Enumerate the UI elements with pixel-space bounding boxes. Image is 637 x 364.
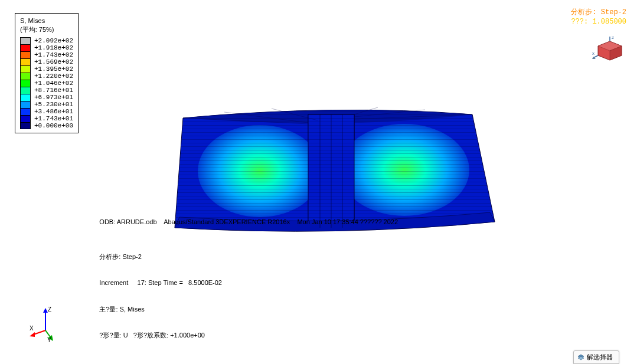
legend-swatch xyxy=(20,87,31,94)
scale-label: ?形?放系数: xyxy=(133,332,168,339)
legend-row: +1.569e+02 xyxy=(20,58,73,65)
increment-num: 17 xyxy=(138,279,145,286)
svg-marker-20 xyxy=(30,332,35,337)
status-extra-value: 1.085000 xyxy=(592,18,626,26)
viewport[interactable]: S, Mises (平均: 75%) +2.092e+02+1.918e+02+… xyxy=(0,0,637,364)
status-readout: 分析步: Step-2 ???: 1.085000 xyxy=(571,8,626,27)
legend-swatch xyxy=(20,94,31,101)
legend-swatch xyxy=(20,58,31,65)
legend-swatch xyxy=(20,44,31,51)
view-triad[interactable]: z x xyxy=(592,35,628,62)
primary-var-value: S, Mises xyxy=(120,306,145,313)
legend-row: +5.230e+01 xyxy=(20,101,73,108)
steptime-value: 8.5000E-02 xyxy=(188,279,222,286)
legend-swatch xyxy=(20,51,31,58)
primary-var-label: 主?量: xyxy=(99,306,117,313)
legend-swatch xyxy=(20,115,31,122)
legend-swatch xyxy=(20,80,31,87)
legend-row: +6.973e+01 xyxy=(20,94,73,101)
steptime-label: Step Time = xyxy=(148,279,183,286)
status-extra-label: ???: xyxy=(571,18,588,26)
svg-text:z: z xyxy=(612,35,614,40)
legend-swatch xyxy=(20,122,31,129)
odb-label: ODB: xyxy=(99,218,115,225)
legend-row: +1.046e+02 xyxy=(20,80,73,87)
step-value: Step-2 xyxy=(122,253,141,260)
legend-swatch xyxy=(20,65,31,73)
legend-swatch xyxy=(20,101,31,108)
legend-title-line1: S, Mises xyxy=(20,17,73,25)
legend-row: +2.092e+02 xyxy=(20,37,73,44)
svg-text:x: x xyxy=(592,51,594,56)
status-step-value: Step-2 xyxy=(601,8,626,17)
odb-datetime: Mon Jan 10 17:35:44 ?????? 2022 xyxy=(297,218,398,225)
axis-y-label: Y xyxy=(47,337,51,342)
legend-swatch xyxy=(20,37,31,44)
axis-x-label: X xyxy=(30,325,34,332)
legend-row: +0.000e+00 xyxy=(20,122,73,129)
legend-row: +1.743e+02 xyxy=(20,51,73,58)
scale-value: +1.000e+00 xyxy=(170,332,205,339)
legend-row: +3.486e+01 xyxy=(20,108,73,115)
increment-label: Increment xyxy=(99,279,128,286)
deform-var-value: U xyxy=(123,332,128,339)
axis-z-label: Z xyxy=(48,307,51,313)
step-label: 分析步: xyxy=(99,253,120,260)
layers-icon xyxy=(577,354,584,361)
solver-name: Abaqus/Standard 3DEXPERIENCE R2016x xyxy=(164,218,290,225)
coordinate-triad: Z X Y xyxy=(30,307,62,339)
status-step-label: 分析步: xyxy=(571,8,596,17)
legend-swatch xyxy=(20,108,31,115)
legend-title-line2: (平均: 75%) xyxy=(20,26,73,34)
contour-legend: S, Mises (平均: 75%) +2.092e+02+1.918e+02+… xyxy=(15,13,79,133)
svg-marker-18 xyxy=(43,308,48,313)
popup-label: 解选择器 xyxy=(587,353,613,362)
deform-var-label: ?形?量: xyxy=(99,332,121,339)
mini-popup[interactable]: 解选择器 xyxy=(573,350,619,364)
legend-row: +1.220e+02 xyxy=(20,73,73,80)
legend-row: +1.395e+02 xyxy=(20,65,73,73)
legend-row: +8.716e+01 xyxy=(20,87,73,94)
legend-row: +1.918e+02 xyxy=(20,44,73,51)
legend-row: +1.743e+01 xyxy=(20,115,73,122)
legend-value: +0.000e+00 xyxy=(34,122,73,130)
odb-file: ARRUDE.odb xyxy=(117,218,157,225)
frame-info-block: ODB: ARRUDE.odb Abaqus/Standard 3DEXPERI… xyxy=(89,209,398,349)
legend-swatch xyxy=(20,73,31,80)
legend-body: +2.092e+02+1.918e+02+1.743e+02+1.569e+02… xyxy=(20,37,73,129)
